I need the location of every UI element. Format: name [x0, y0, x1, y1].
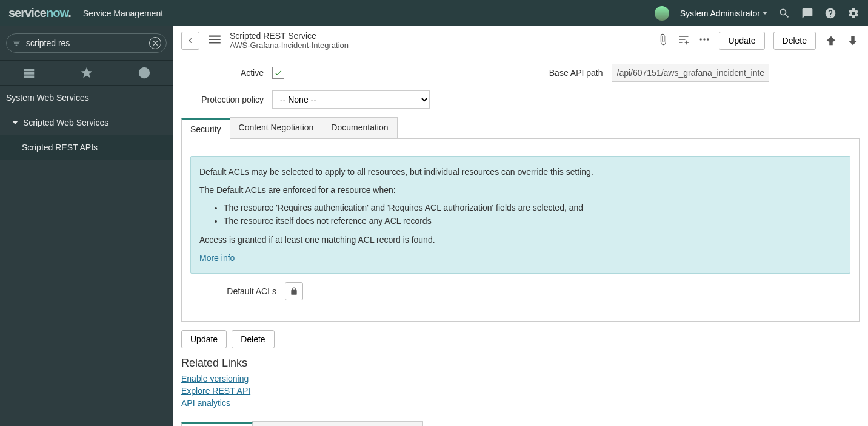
protection-policy-label: Protection policy — [181, 95, 272, 104]
tab-documentation[interactable]: Documentation — [322, 117, 397, 138]
paperclip-icon — [657, 33, 669, 46]
search-icon[interactable] — [778, 7, 790, 19]
chat-icon[interactable] — [801, 7, 813, 19]
nav-filter[interactable]: ✕ — [6, 33, 167, 53]
info-p3: Access is granted if at least one matchi… — [199, 233, 841, 246]
avatar[interactable] — [655, 6, 669, 21]
record-type: Scripted REST Service — [230, 31, 349, 41]
tab-request-headers[interactable]: Request Headers — [252, 421, 336, 426]
logo[interactable]: servicenow. Service Management — [8, 6, 163, 20]
security-info-box: Default ACLs may be selected to apply to… — [190, 156, 850, 274]
back-button[interactable] — [181, 32, 199, 50]
nav-group-scripted-ws[interactable]: Scripted Web Services — [0, 110, 173, 135]
check-icon — [274, 69, 282, 77]
related-links: Related Links Enable versioning Explore … — [181, 357, 860, 409]
caret-down-icon — [763, 12, 767, 15]
link-explore-rest-api[interactable]: Explore REST API — [181, 385, 860, 397]
default-acls-label: Default ACLs — [227, 286, 285, 296]
nav-filter-input[interactable] — [26, 38, 144, 48]
form-header: Scripted REST Service AWS-Grafana-Incide… — [173, 26, 868, 55]
lock-icon — [290, 287, 298, 296]
security-panel: Default ACLs may be selected to apply to… — [181, 139, 860, 322]
nav-section-sws[interactable]: System Web Services — [0, 86, 173, 110]
gear-icon[interactable] — [847, 7, 860, 19]
delete-button[interactable]: Delete — [773, 32, 816, 50]
sidebar-tab-history[interactable] — [115, 61, 173, 85]
attachment-button[interactable] — [657, 33, 669, 47]
next-record-icon[interactable] — [846, 34, 860, 47]
more-horizontal-icon — [698, 33, 710, 46]
user-name-label: System Administrator — [680, 8, 760, 18]
active-label: Active — [181, 68, 272, 78]
tab-content-negotiation[interactable]: Content Negotiation — [230, 117, 323, 138]
clock-icon — [138, 66, 151, 79]
tab-resources[interactable]: Resources (1) — [181, 422, 253, 426]
star-icon — [80, 66, 93, 79]
svg-point-2 — [707, 38, 709, 40]
help-icon[interactable] — [824, 7, 836, 19]
apps-icon — [22, 66, 36, 79]
active-checkbox[interactable] — [272, 67, 284, 79]
update-button-bottom[interactable]: Update — [181, 330, 227, 348]
chevron-down-icon — [12, 121, 18, 124]
form-title: Scripted REST Service AWS-Grafana-Incide… — [230, 31, 349, 50]
tab-query-parameters[interactable]: Query Parameters — [336, 421, 423, 426]
more-info-link[interactable]: More info — [199, 253, 235, 263]
settings-toggle-button[interactable] — [678, 33, 690, 47]
sidebar-tab-apps[interactable] — [0, 61, 58, 85]
protection-policy-select[interactable]: -- None -- — [272, 90, 430, 109]
nav-group-label: Scripted Web Services — [23, 118, 109, 127]
delete-button-bottom[interactable]: Delete — [232, 330, 274, 348]
record-name: AWS-Grafana-Incident-Integration — [230, 41, 349, 50]
default-acls-lock-button[interactable] — [285, 282, 303, 300]
chevron-left-icon — [185, 36, 195, 46]
info-p1: Default ACLs may be selected to apply to… — [199, 165, 841, 178]
user-menu[interactable]: System Administrator — [680, 8, 767, 18]
sidebar: ✕ System Web Services Scripted Web Servi… — [0, 26, 173, 426]
more-actions-button[interactable] — [698, 33, 710, 47]
info-li1: The resource 'Requires authentication' a… — [224, 201, 841, 214]
product-name: Service Management — [83, 8, 163, 18]
related-links-heading: Related Links — [181, 357, 860, 370]
clear-filter-icon[interactable]: ✕ — [149, 37, 161, 49]
tab-security[interactable]: Security — [181, 118, 230, 139]
logo-service: service — [8, 6, 46, 19]
logo-now: now — [46, 6, 68, 19]
sliders-icon — [678, 33, 690, 46]
prev-record-icon[interactable] — [824, 34, 838, 47]
update-button[interactable]: Update — [719, 32, 764, 50]
app-header: servicenow. Service Management System Ad… — [0, 0, 868, 26]
filter-icon — [12, 38, 21, 48]
svg-point-1 — [704, 38, 706, 40]
base-api-label: Base API path — [521, 68, 612, 78]
info-p2: The Default ACLs are enforced for a reso… — [199, 183, 841, 197]
info-li2: The resource itself does not reference a… — [224, 214, 841, 228]
sidebar-tab-favorites[interactable] — [58, 61, 115, 85]
nav-item-scripted-rest-apis[interactable]: Scripted REST APIs — [0, 135, 173, 160]
svg-point-0 — [700, 38, 702, 40]
base-api-field — [612, 64, 769, 82]
link-api-analytics[interactable]: API analytics — [181, 397, 860, 410]
form-menu-button[interactable] — [207, 32, 222, 49]
hamburger-icon — [207, 32, 222, 47]
link-enable-versioning[interactable]: Enable versioning — [181, 373, 860, 385]
